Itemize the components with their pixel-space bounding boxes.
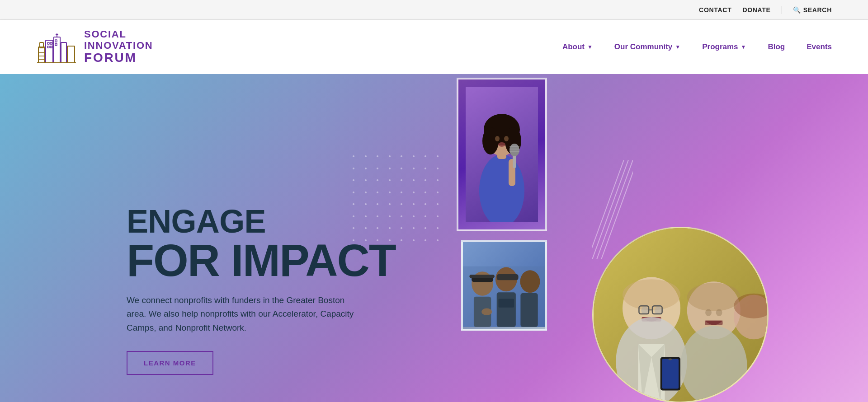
dot (425, 215, 426, 217)
hero-image-woman (457, 78, 547, 231)
hero-image-group (461, 240, 547, 331)
dot (401, 168, 402, 169)
logo[interactable]: SOCIAL INNOVATION FORUM (36, 29, 153, 65)
dot (425, 168, 426, 169)
logo-text: SOCIAL INNOVATION FORUM (84, 29, 153, 65)
dot (353, 168, 354, 169)
svg-line-18 (592, 160, 628, 259)
dot (389, 192, 391, 193)
dot (377, 155, 378, 157)
svg-point-34 (509, 144, 519, 156)
donate-link[interactable]: DONATE (742, 6, 770, 14)
svg-rect-6 (61, 42, 66, 63)
contact-link[interactable]: CONTACT (699, 6, 731, 14)
svg-point-30 (504, 136, 509, 141)
nav-our-community[interactable]: Our Community ▼ (614, 42, 680, 51)
dot (413, 239, 415, 241)
svg-point-66 (687, 283, 741, 311)
svg-rect-46 (499, 299, 514, 308)
main-nav: About ▼ Our Community ▼ Programs ▼ Blog … (562, 42, 832, 51)
dot (413, 179, 415, 181)
dot (401, 215, 402, 217)
svg-rect-42 (469, 275, 495, 278)
logo-line1: SOCIAL (84, 29, 153, 40)
chevron-down-icon: ▼ (587, 44, 593, 50)
hero-engage-text: ENGAGE (127, 205, 396, 238)
nav-programs[interactable]: Programs ▼ (702, 42, 746, 51)
nav-events[interactable]: Events (807, 42, 832, 51)
svg-point-31 (498, 142, 505, 147)
dot (353, 179, 354, 181)
svg-rect-12 (55, 40, 57, 42)
dot (425, 179, 426, 181)
dot (365, 179, 367, 181)
top-bar: CONTACT DONATE 🔍 SEARCH (0, 0, 868, 20)
dot (365, 168, 367, 169)
dot (425, 203, 426, 205)
dot (401, 155, 402, 157)
dot (401, 192, 402, 193)
dot (425, 155, 426, 157)
svg-rect-11 (50, 46, 52, 48)
logo-line3: FORUM (84, 51, 153, 65)
dot (389, 155, 391, 157)
svg-rect-7 (67, 46, 75, 63)
svg-rect-49 (520, 293, 538, 327)
search-icon: 🔍 (793, 6, 801, 14)
svg-point-50 (481, 309, 492, 315)
svg-rect-45 (497, 292, 516, 327)
dot (437, 168, 439, 169)
learn-more-button[interactable]: LEARN MORE (127, 351, 213, 375)
hero-content: ENGAGE FOR IMPACT We connect nonprofits … (127, 205, 396, 375)
dot (401, 179, 402, 181)
logo-icon (36, 29, 77, 65)
svg-rect-8 (47, 42, 49, 44)
chevron-down-icon: ▼ (741, 44, 746, 50)
woman-photo-placeholder (458, 79, 545, 229)
dot (377, 192, 378, 193)
dot (413, 203, 415, 205)
top-bar-divider (782, 6, 782, 14)
header: SOCIAL INNOVATION FORUM About ▼ Our Comm… (0, 20, 868, 74)
svg-point-67 (705, 309, 712, 316)
search-button[interactable]: 🔍 SEARCH (793, 6, 832, 14)
dot (377, 168, 378, 169)
nav-about[interactable]: About ▼ (562, 42, 593, 51)
dot (437, 227, 439, 229)
svg-point-56 (655, 306, 662, 314)
dot (425, 192, 426, 193)
svg-rect-13 (55, 43, 57, 46)
dot (389, 179, 391, 181)
dot (401, 203, 402, 205)
svg-rect-69 (705, 321, 722, 325)
svg-rect-10 (47, 46, 49, 48)
hero-image-circle (592, 227, 769, 402)
dot (413, 215, 415, 217)
dot (377, 179, 378, 181)
dot (389, 168, 391, 169)
dot (413, 192, 415, 193)
dot (365, 155, 367, 157)
dot (353, 155, 354, 157)
svg-rect-72 (662, 359, 679, 388)
svg-rect-48 (497, 274, 519, 280)
hero-section: ENGAGE FOR IMPACT We connect nonprofits … (0, 74, 868, 402)
dot (437, 215, 439, 217)
nav-blog[interactable]: Blog (768, 42, 785, 51)
dot (437, 192, 439, 193)
dot (425, 227, 426, 229)
svg-point-55 (641, 306, 648, 314)
dot (437, 179, 439, 181)
dot (365, 192, 367, 193)
dot (413, 168, 415, 169)
hero-description: We connect nonprofits with funders in th… (127, 294, 362, 335)
svg-rect-0 (38, 47, 45, 63)
dot (437, 155, 439, 157)
dot (401, 239, 402, 241)
search-label: SEARCH (803, 6, 832, 14)
dot (437, 239, 439, 241)
svg-rect-9 (50, 42, 52, 44)
svg-point-54 (623, 279, 680, 310)
dot (437, 203, 439, 205)
dot (353, 192, 354, 193)
